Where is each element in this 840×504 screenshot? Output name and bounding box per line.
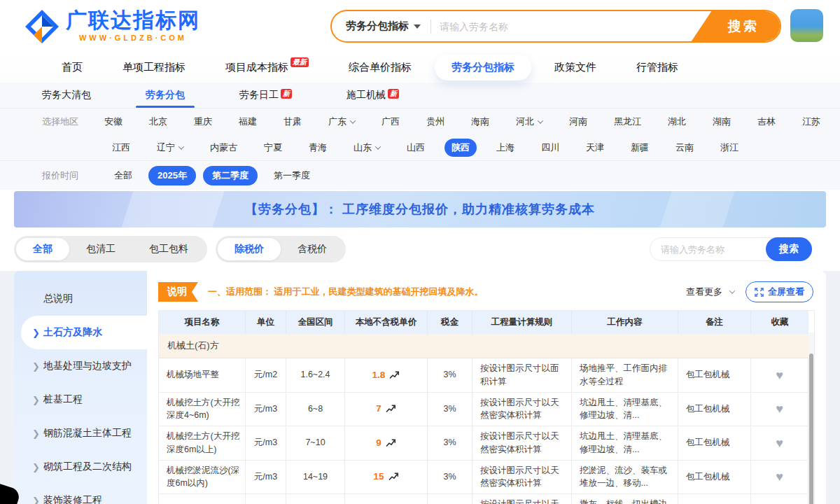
scope-filter-option[interactable]: 包清工 [69,238,132,260]
sidebar-category-item[interactable]: ❯ 总说明 [14,282,147,316]
favorite-heart-icon[interactable]: ♥ [776,437,783,449]
province-option[interactable]: 宁夏 [257,139,289,157]
table-scrollbar-track[interactable] [808,332,814,504]
nav-item[interactable]: 首页 [62,61,83,74]
cell-local-price: 15 [345,461,428,495]
user-avatar[interactable] [790,9,823,42]
subnav-tab[interactable]: 劳务日工 新 [239,83,292,108]
chevron-down-icon [729,288,735,293]
province-option[interactable]: 辽宁 [150,139,190,157]
province-option[interactable]: 甘肃 [276,113,309,131]
trend-up-icon[interactable] [386,405,396,413]
province-option[interactable]: 安徽 [97,113,130,131]
new-badge: 新 [281,89,292,99]
cell-work-content: 坑边甩土、清理基底、修理边坡、清... [572,426,678,461]
chevron-down-icon [350,118,356,123]
chevron-right-icon: ❯ [32,395,43,405]
quote-time-option[interactable]: 全部 [105,166,141,186]
quote-time-option[interactable]: 第二季度 [203,166,258,186]
table-body: 机械场地平整 元/m2 1.6~2.4 1.8 3% 按设计图示尺寸以面积计算 [159,358,814,504]
province-option[interactable]: 江西 [105,139,137,157]
cell-note: 包工包机械 [678,358,751,393]
province-option[interactable]: 上海 [489,139,522,157]
province-option[interactable]: 新疆 [624,139,656,157]
trend-up-icon[interactable] [386,439,396,447]
tax-filter-option[interactable]: 除税价 [218,238,281,260]
table-search-input[interactable] [650,244,766,255]
cell-favorite: ♥ [751,494,808,504]
category-sidebar: ❯ 总说明 ❯ 土石方及降水 ❯ 地基处理与边坡支护 ❯ 桩基工程 ❯ 钢筋混凝… [14,271,147,504]
sidebar-category-item[interactable]: ❯ 装饰装修工程 [14,484,147,504]
province-option[interactable]: 陕西 [444,139,477,157]
cell-note: 包工包机械 [678,494,751,504]
province-option[interactable]: 河南 [562,113,594,131]
province-option[interactable]: 浙江 [713,139,746,157]
filter-bar: 全部 包清工 包工包料 除税价 含税价 搜索 [0,232,840,271]
table-scrollbar-thumb[interactable] [809,354,813,504]
region-label: 选择地区 [42,115,97,128]
search-category-dropdown[interactable]: 劳务分包指标 [332,20,430,33]
province-option[interactable]: 海南 [464,113,496,131]
sidebar-category-item[interactable]: ❯ 桩基工程 [14,383,147,416]
tax-filter-option[interactable]: 含税价 [281,238,344,260]
province-option[interactable]: 江苏 [795,113,827,131]
table-search-button[interactable]: 搜索 [766,237,812,261]
nav-item[interactable]: 政策文件 [554,61,596,74]
cell-calc-rule: 按设计图示尺寸以天然密实体积计算 [472,494,572,504]
province-option[interactable]: 黑龙江 [607,113,648,131]
province-option[interactable]: 吉林 [750,113,783,131]
province-option[interactable]: 云南 [668,139,701,157]
province-option[interactable]: 福建 [232,113,264,131]
chevron-down-icon [538,118,543,123]
province-option[interactable]: 广西 [374,113,407,131]
scope-filter-option[interactable]: 包工包料 [132,238,205,260]
nav-item[interactable]: 单项工程指标 [122,61,186,74]
price-value: 15 [373,470,384,484]
table-column-header: 收藏 [751,311,808,334]
quote-time-option[interactable]: 2025年 [148,166,196,186]
fullscreen-button[interactable]: 全屏查看 [746,281,813,302]
trend-up-icon[interactable] [389,371,400,379]
view-more-button[interactable]: 查看更多 [686,286,734,298]
cell-note: 包工包机械 [678,461,751,495]
province-option[interactable]: 重庆 [187,113,219,131]
sidebar-category-item[interactable]: ❯ 土石方及降水 [21,316,147,349]
province-option[interactable]: 天津 [579,139,611,157]
subnav-tab[interactable]: 劳务大清包 [42,83,91,108]
quote-time-option[interactable]: 第一季度 [265,166,319,186]
province-option[interactable]: 湖南 [706,113,738,131]
table-row: 机械场地平整 元/m2 1.6~2.4 1.8 3% 按设计图示尺寸以面积计算 [159,358,814,393]
favorite-heart-icon[interactable]: ♥ [776,470,783,483]
cell-note: 包工包机械 [678,426,751,461]
sidebar-category-item[interactable]: ❯ 钢筋混凝土主体工程 [14,416,147,450]
province-option[interactable]: 广东 [321,113,362,131]
nav-item[interactable]: 项目成本指标 最新 [225,61,309,74]
favorite-heart-icon[interactable]: ♥ [776,369,783,382]
cell-tax: 3% [428,426,472,461]
favorite-heart-icon[interactable]: ♥ [776,402,783,415]
scope-filter-option[interactable]: 全部 [16,238,69,260]
province-option[interactable]: 山东 [346,139,387,157]
province-option[interactable]: 青海 [302,139,334,157]
cell-national-range: 7~10 [286,426,345,461]
province-option[interactable]: 山西 [400,139,432,157]
quote-time-options: 全部 2025年 第二季度 第一季度 [105,166,326,186]
province-option[interactable]: 河北 [509,113,550,131]
province-option[interactable]: 四川 [534,139,566,157]
province-option[interactable]: 贵州 [419,113,451,131]
subnav-tab[interactable]: 劳务分包 [146,83,185,108]
subnav-tab[interactable]: 施工机械 新 [346,83,399,108]
cell-calc-rule: 按设计图示尺寸以面积计算 [472,358,572,393]
sidebar-category-item[interactable]: ❯ 砌筑工程及二次结构 [14,450,147,484]
brand-logo[interactable]: 广联达指标网 WWW·GLDZB·COM [24,8,200,45]
nav-item[interactable]: 综合单价指标 [349,61,412,74]
trend-up-icon[interactable] [388,472,399,481]
province-option[interactable]: 北京 [142,113,174,131]
header-search-button[interactable]: 搜索 [691,10,780,42]
cell-work-content: 挖淤泥、流沙、装车或堆放一边、移动... [572,461,678,495]
province-option[interactable]: 内蒙古 [203,139,244,157]
province-option[interactable]: 湖北 [661,113,693,131]
sidebar-category-item[interactable]: ❯ 地基处理与边坡支护 [14,349,147,383]
nav-item[interactable]: 劳务分包指标 [435,55,531,80]
nav-item[interactable]: 行管指标 [636,61,678,74]
